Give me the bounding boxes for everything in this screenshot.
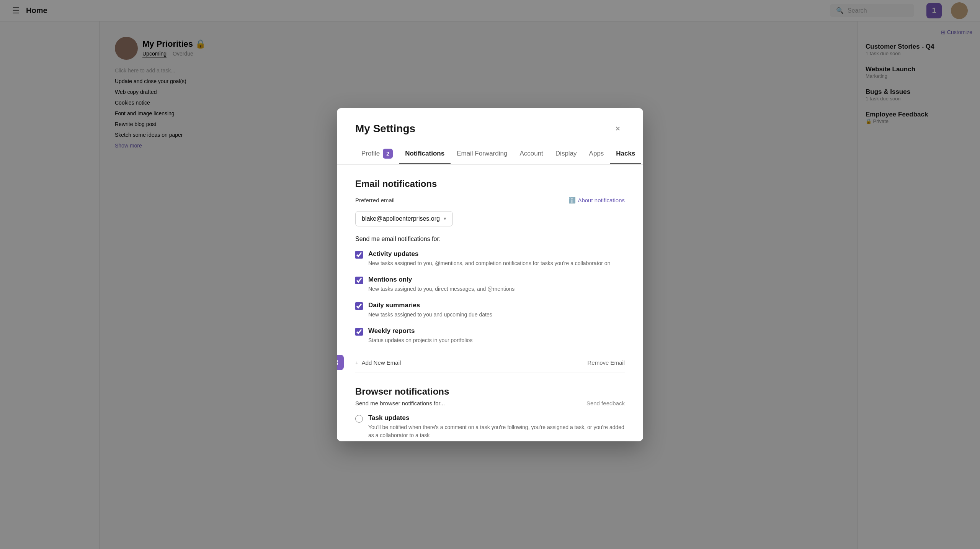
radio-task-updates: Task updates You'll be notified when the…: [355, 414, 625, 439]
tab-email-forwarding[interactable]: Email Forwarding: [451, 144, 513, 164]
email-notifications-title: Email notifications: [355, 179, 625, 189]
checkbox-content: Activity updates New tasks assigned to y…: [368, 250, 610, 267]
tab-label: Notifications: [405, 150, 444, 157]
email-value: blake@apolloenterprises.org: [362, 215, 440, 222]
preferred-email-header: Preferred email ℹ️ About notifications: [355, 197, 625, 207]
tab-hacks[interactable]: Hacks: [610, 144, 641, 164]
tab-profile[interactable]: Profile 2: [355, 143, 399, 165]
checkbox-content: Weekly reports Status updates on project…: [368, 327, 472, 344]
tab-label: Account: [519, 150, 543, 157]
task-updates-radio[interactable]: [355, 415, 363, 423]
email-actions-row: 3 + Add New Email Remove Email: [355, 353, 625, 372]
add-email-label: Add New Email: [362, 359, 401, 366]
send-feedback-link[interactable]: Send feedback: [586, 400, 625, 406]
checkbox-weekly-reports: Weekly reports Status updates on project…: [355, 327, 625, 344]
tab-account[interactable]: Account: [513, 144, 549, 164]
email-dropdown[interactable]: blake@apolloenterprises.org ▾: [355, 211, 453, 226]
chevron-down-icon: ▾: [444, 216, 446, 221]
info-icon: ℹ️: [568, 197, 576, 204]
activity-updates-checkbox[interactable]: [355, 251, 363, 259]
checkbox-desc: New tasks assigned to you, direct messag…: [368, 285, 514, 293]
checkbox-mentions-only: Mentions only New tasks assigned to you,…: [355, 276, 625, 293]
checkbox-content: Daily summaries New tasks assigned to yo…: [368, 302, 492, 319]
radio-label: Task updates: [368, 414, 625, 422]
about-link-text: About notifications: [578, 197, 625, 203]
remove-email-button[interactable]: Remove Email: [587, 359, 625, 366]
checkbox-daily-summaries: Daily summaries New tasks assigned to yo…: [355, 302, 625, 319]
modal-header: My Settings ×: [337, 108, 643, 136]
tabs-bar: Profile 2 Notifications Email Forwarding…: [337, 143, 643, 165]
checkbox-label: Daily summaries: [368, 302, 492, 309]
tab-display[interactable]: Display: [549, 144, 583, 164]
profile-badge: 2: [383, 149, 393, 159]
checkbox-label: Activity updates: [368, 250, 610, 258]
radio-content: Task updates You'll be notified when the…: [368, 414, 625, 439]
tab-label: Hacks: [616, 150, 635, 157]
close-icon: ×: [616, 124, 621, 134]
radio-desc: You'll be notified when there's a commen…: [368, 423, 625, 439]
remove-email-label: Remove Email: [587, 359, 625, 366]
weekly-reports-checkbox[interactable]: [355, 328, 363, 336]
browser-section-header: Browser notifications: [355, 386, 625, 397]
daily-summaries-checkbox[interactable]: [355, 302, 363, 310]
checkbox-desc: Status updates on projects in your portf…: [368, 336, 472, 344]
checkbox-activity-updates: Activity updates New tasks assigned to y…: [355, 250, 625, 267]
checkbox-label: Weekly reports: [368, 327, 472, 335]
tab-label: Profile: [361, 150, 380, 157]
modal-overlay: My Settings × Profile 2 Notifications Em…: [0, 0, 980, 549]
send-me-browser-text: Send me browser notifications for...: [355, 400, 445, 406]
modal-title: My Settings: [355, 123, 415, 135]
mentions-only-checkbox[interactable]: [355, 277, 363, 284]
plus-icon: +: [355, 359, 359, 366]
settings-modal: My Settings × Profile 2 Notifications Em…: [337, 108, 643, 441]
send-me-text: Send me email notifications for:: [355, 236, 625, 243]
tab-apps[interactable]: Apps: [583, 144, 610, 164]
checkbox-desc: New tasks assigned to you, @mentions, an…: [368, 259, 610, 267]
tab-label: Apps: [589, 150, 604, 157]
checkbox-desc: New tasks assigned to you and upcoming d…: [368, 311, 492, 319]
tab-label: Email Forwarding: [457, 150, 507, 157]
modal-body: Email notifications Preferred email ℹ️ A…: [337, 165, 643, 441]
checkbox-label: Mentions only: [368, 276, 514, 284]
browser-notifications-title: Browser notifications: [355, 386, 449, 397]
tab-label: Display: [555, 150, 577, 157]
preferred-label: Preferred email: [355, 197, 395, 203]
add-email-button[interactable]: + Add New Email: [355, 359, 401, 366]
close-button[interactable]: ×: [611, 122, 625, 136]
browser-subheader: Send me browser notifications for... Sen…: [355, 400, 625, 406]
checkbox-content: Mentions only New tasks assigned to you,…: [368, 276, 514, 293]
about-notifications-link[interactable]: ℹ️ About notifications: [568, 197, 625, 204]
step-3-badge: 3: [337, 355, 344, 370]
tab-notifications[interactable]: Notifications: [399, 144, 451, 164]
